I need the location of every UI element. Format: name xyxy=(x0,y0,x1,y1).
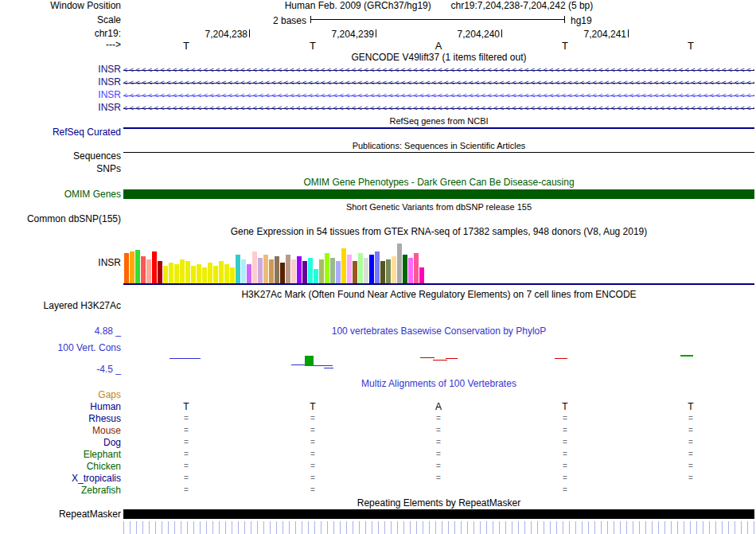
gtex-tissue-bar[interactable] xyxy=(369,255,374,283)
gtex-tissue-bar[interactable] xyxy=(185,261,190,283)
gencode-transcript-line[interactable]: <<<<<<<<<<<<<<<<<<<<<<<<<<<<<<<<<<<<<<<<… xyxy=(123,91,754,100)
gtex-tissue-bar[interactable] xyxy=(358,253,363,283)
track-title-phylop[interactable]: 100 vertebrates Basewise Conservation by… xyxy=(123,326,754,337)
track-label-h3k27ac[interactable]: Layered H3K27Ac xyxy=(0,301,121,311)
track-label-gencode-insr[interactable]: INSR xyxy=(0,64,121,75)
gtex-bar-chart[interactable] xyxy=(124,242,426,283)
track-label-gencode-insr[interactable]: INSR xyxy=(0,103,121,113)
gtex-tissue-bar[interactable] xyxy=(130,251,134,283)
track-title-omim[interactable]: OMIM Gene Phenotypes - Dark Green Can Be… xyxy=(123,177,754,188)
track-title-repeatmasker[interactable]: Repeating Elements by RepeatMasker xyxy=(123,498,754,509)
gtex-tissue-bar[interactable] xyxy=(330,258,335,283)
gtex-tissue-bar[interactable] xyxy=(419,267,424,283)
multiz-species-label[interactable]: Chicken xyxy=(0,462,121,472)
gtex-tissue-bar[interactable] xyxy=(347,255,352,283)
gtex-tissue-bar[interactable] xyxy=(380,261,385,283)
multiz-species-label[interactable]: Dog xyxy=(0,438,121,448)
gtex-tissue-bar[interactable] xyxy=(375,251,380,283)
track-label-gencode-insr[interactable]: INSR xyxy=(0,77,121,88)
repeatmasker-item[interactable] xyxy=(123,509,754,519)
track-label-repeatmasker[interactable]: RepeatMasker xyxy=(0,509,121,520)
multiz-species-label[interactable]: Rhesus xyxy=(0,414,121,424)
gtex-tissue-bar[interactable] xyxy=(208,263,212,283)
gtex-tissue-bar[interactable] xyxy=(191,266,196,283)
gtex-tissue-bar[interactable] xyxy=(158,261,162,283)
multiz-species-label[interactable]: Zebrafish xyxy=(0,485,121,496)
gencode-transcript-line[interactable]: <<<<<<<<<<<<<<<<<<<<<<<<<<<<<<<<<<<<<<<<… xyxy=(123,78,754,88)
track-title-h3k27ac[interactable]: H3K27Ac Mark (Often Found Near Active Re… xyxy=(123,290,754,300)
gtex-tissue-bar[interactable] xyxy=(169,263,173,283)
gtex-tissue-bar[interactable] xyxy=(152,251,157,283)
gtex-tissue-bar[interactable] xyxy=(386,259,391,283)
gtex-tissue-bar[interactable] xyxy=(314,269,318,283)
gtex-tissue-bar[interactable] xyxy=(280,263,285,283)
track-label-common-dbsnp[interactable]: Common dbSNP(155) xyxy=(0,214,121,224)
chrom-label: chr19: xyxy=(0,29,121,39)
refseq-gene-item[interactable] xyxy=(123,127,754,129)
gtex-tissue-bar[interactable] xyxy=(219,261,224,283)
gtex-tissue-bar[interactable] xyxy=(353,261,357,283)
multiz-alignment-mark: = xyxy=(184,449,189,459)
gtex-tissue-bar[interactable] xyxy=(230,267,235,283)
gtex-tissue-bar[interactable] xyxy=(286,255,290,283)
gtex-tissue-bar[interactable] xyxy=(224,264,229,283)
gtex-tissue-bar[interactable] xyxy=(319,259,324,283)
gencode-transcript-line[interactable]: <<<<<<<<<<<<<<<<<<<<<<<<<<<<<<<<<<<<<<<<… xyxy=(123,65,754,75)
gtex-tissue-bar[interactable] xyxy=(341,248,346,283)
track-label-100-vert-cons[interactable]: 100 Vert. Cons xyxy=(0,343,121,353)
gtex-tissue-bar[interactable] xyxy=(202,267,207,283)
gtex-tissue-bar[interactable] xyxy=(163,266,168,283)
multiz-species-label[interactable]: Elephant xyxy=(0,450,121,460)
omim-gene-item[interactable] xyxy=(123,189,754,199)
gtex-tissue-bar[interactable] xyxy=(135,250,140,283)
gtex-tissue-bar[interactable] xyxy=(269,259,274,283)
gtex-tissue-bar[interactable] xyxy=(124,253,129,283)
gtex-tissue-bar[interactable] xyxy=(258,258,263,283)
gtex-tissue-bar[interactable] xyxy=(263,255,268,283)
multiz-species-label[interactable]: Human xyxy=(0,402,121,412)
gtex-tissue-bar[interactable] xyxy=(414,253,419,283)
track-label-snps[interactable]: SNPs xyxy=(0,164,121,174)
gencode-transcript-line[interactable]: <<<<<<<<<<<<<<<<<<<<<<<<<<<<<<<<<<<<<<<<… xyxy=(123,103,754,113)
track-label-sequences[interactable]: Sequences xyxy=(0,151,121,162)
publications-sequence-item[interactable] xyxy=(123,152,754,153)
gtex-tissue-bar[interactable] xyxy=(236,255,240,283)
multiz-alignment-mark: = xyxy=(563,437,567,447)
gtex-tissue-bar[interactable] xyxy=(141,256,146,283)
gtex-tissue-bar[interactable] xyxy=(180,259,185,283)
gtex-tissue-bar[interactable] xyxy=(364,258,368,283)
ruler-base: T xyxy=(183,40,189,52)
gtex-tissue-bar[interactable] xyxy=(241,259,246,283)
gtex-tissue-bar[interactable] xyxy=(252,251,257,283)
gtex-tissue-bar[interactable] xyxy=(403,255,407,283)
track-title-multiz[interactable]: Multiz Alignments of 100 Vertebrates xyxy=(123,379,754,389)
gtex-tissue-bar[interactable] xyxy=(408,258,413,283)
gtex-tissue-bar[interactable] xyxy=(397,244,402,283)
gtex-tissue-bar[interactable] xyxy=(174,264,179,283)
gtex-tissue-bar[interactable] xyxy=(308,258,313,283)
gtex-tissue-bar[interactable] xyxy=(275,256,279,283)
gtex-tissue-bar[interactable] xyxy=(336,261,341,283)
track-title-gtex[interactable]: Gene Expression in 54 tissues from GTEx … xyxy=(123,227,754,237)
multiz-species-label[interactable]: X_tropicalis xyxy=(0,474,121,484)
multiz-species-label[interactable]: Mouse xyxy=(0,426,121,436)
gtex-tissue-bar[interactable] xyxy=(302,261,307,283)
track-title-dbsnp[interactable]: Short Genetic Variants from dbSNP releas… xyxy=(123,202,754,212)
track-label-gtex-gene[interactable]: INSR xyxy=(0,258,121,268)
multiz-species-label[interactable]: Gaps xyxy=(0,390,121,400)
gtex-tissue-bar[interactable] xyxy=(247,264,251,283)
track-label-omim-genes[interactable]: OMIM Genes xyxy=(0,189,121,200)
gtex-tissue-bar[interactable] xyxy=(213,266,218,283)
track-title-publications[interactable]: Publications: Sequences in Scientific Ar… xyxy=(123,141,754,151)
gtex-tissue-bar[interactable] xyxy=(291,259,296,283)
multiz-alignment-mark: = xyxy=(184,425,189,435)
gtex-tissue-bar[interactable] xyxy=(297,256,302,283)
track-label-refseq-curated[interactable]: RefSeq Curated xyxy=(0,127,121,138)
gtex-tissue-bar[interactable] xyxy=(392,256,396,283)
track-label-gencode-insr[interactable]: INSR xyxy=(0,90,121,100)
track-title-gencode[interactable]: GENCODE V49lift37 (1 items filtered out) xyxy=(123,53,754,63)
gtex-tissue-bar[interactable] xyxy=(325,253,329,283)
gtex-tissue-bar[interactable] xyxy=(146,259,151,283)
gtex-tissue-bar[interactable] xyxy=(197,264,201,283)
track-title-refseq[interactable]: RefSeq genes from NCBI xyxy=(123,116,754,127)
